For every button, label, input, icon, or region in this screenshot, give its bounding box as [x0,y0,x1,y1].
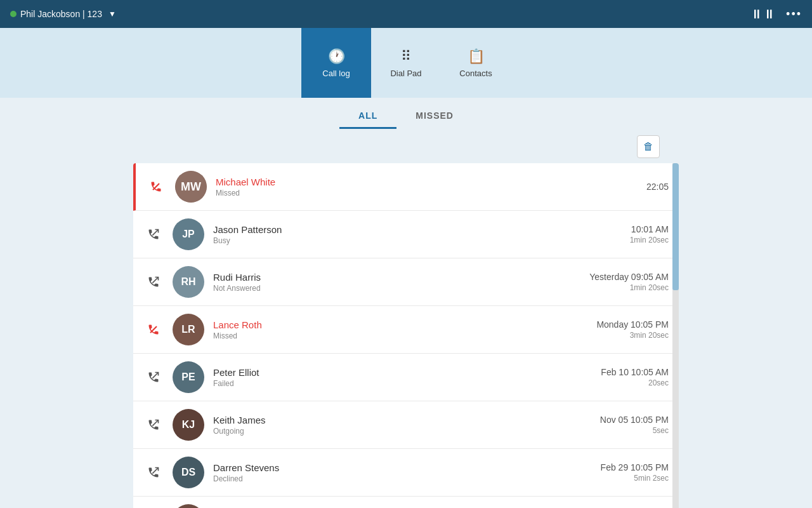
svg-line-6 [152,468,158,474]
call-status: Declined [213,474,601,483]
call-log-icon: 🕐 [328,48,345,65]
avatar: RH [173,266,204,298]
call-status: Missed [216,189,646,197]
duration-value: 1min 20sec [589,283,669,292]
call-type-icon [143,371,164,384]
nav-tabs: 🕐 Call log ⠿ Dial Pad 📋 Contacts [0,28,812,98]
call-type-icon [143,418,164,431]
contact-name: Keith James [213,415,600,425]
duration-value: 3min 20sec [596,331,669,340]
call-status: Busy [213,236,630,245]
call-type-icon [143,228,164,241]
call-time: Yesterday 09:05 AM 1min 20sec [589,272,669,292]
contact-name: Darren Stevens [213,462,601,473]
contact-name: Peter Elliot [213,367,601,378]
call-time: 22:05 [646,182,669,192]
main-content: 🗑 MW Michael White M [0,129,812,508]
contacts-icon: 📋 [468,48,485,65]
call-info: Peter Elliot Failed [213,367,601,388]
duration-value: 1min 20sec [630,236,669,244]
svg-line-1 [152,230,158,236]
call-info: Rudi Harris Not Answered [213,272,589,293]
call-log-label: Call log [322,69,350,78]
scrollbar-thumb[interactable] [672,163,679,290]
list-item[interactable]: KJ Keith James Outgoing Nov 05 10:05 PM … [133,401,679,449]
scrollbar-track[interactable] [672,163,679,508]
time-value: Yesterday 09:05 AM [589,272,669,282]
call-time: Feb 10 10:05 AM 20sec [601,367,669,387]
list-item[interactable]: JP Jason Patterson Busy 10:01 AM 1min 20… [133,211,679,258]
time-value: 22:05 [646,182,669,192]
call-info: Lance Roth Missed [213,319,596,340]
tab-call-log[interactable]: 🕐 Call log [301,28,371,98]
call-info: Keith James Outgoing [213,415,600,436]
dial-pad-icon: ⠿ [401,48,411,65]
call-time: Feb 29 10:05 PM 5min 2sec [601,462,669,483]
filter-all[interactable]: ALL [339,104,396,129]
tab-dial-pad[interactable]: ⠿ Dial Pad [371,28,441,98]
call-time: Nov 05 10:05 PM 5sec [600,415,669,435]
dial-pad-label: Dial Pad [390,69,421,78]
svg-line-5 [152,420,158,426]
time-value: Nov 05 10:05 PM [600,415,669,425]
filter-tabs: ALL MISSED [0,98,812,129]
duration-value: 5sec [600,426,669,435]
chevron-icon: ▼ [108,10,116,18]
filter-missed[interactable]: MISSED [396,104,473,129]
call-time: Monday 10:05 PM 3min 20sec [596,319,669,340]
time-value: Monday 10:05 PM [596,319,669,330]
time-value: Feb 10 10:05 AM [601,367,669,377]
call-info: Jason Patterson Busy [213,224,630,245]
time-value: 10:01 AM [630,224,669,234]
avatar: LR [173,314,204,345]
call-status: Not Answered [213,284,589,293]
avatar: PE [173,361,204,393]
list-item[interactable]: LR Lance Roth Missed Monday 10:05 PM 3mi… [133,306,679,354]
avatar: MW [175,171,207,203]
list-item[interactable]: RH Rudi Harris Not Answered Yesterday 09… [133,258,679,306]
contact-name: Jason Patterson [213,224,630,235]
call-info: Darren Stevens Declined [213,462,601,483]
call-type-icon [143,466,164,479]
avatar: JP [173,218,204,250]
call-time: 10:01 AM 1min 20sec [630,224,669,244]
duration-value: 20sec [601,378,669,387]
call-list-container: 🗑 MW Michael White M [133,135,679,508]
user-info[interactable]: Phil Jackobson | 123 ▼ [10,9,116,19]
contact-name: Lance Roth [213,319,596,330]
voicemail-icon[interactable]: ⏸⏸ [750,7,776,22]
call-list: MW Michael White Missed 22:05 [133,163,679,508]
avatar: KJ [173,409,204,441]
call-info: Michael White Missed [216,177,646,197]
contact-name: Rudi Harris [213,272,589,283]
top-bar-actions: ⏸⏸ ••• [750,7,802,22]
list-item[interactable]: JF Jo French Incoming Feb 04 10:05 PM 1 … [133,497,679,508]
call-status: Outgoing [213,427,600,436]
list-item[interactable]: MW Michael White Missed 22:05 [133,163,679,211]
username: Phil Jackobson | 123 [20,9,102,19]
more-options-icon[interactable]: ••• [786,8,802,21]
avatar: DS [173,457,204,488]
list-item[interactable]: PE Peter Elliot Failed Feb 10 10:05 AM 2… [133,354,679,401]
contact-name: Michael White [216,177,646,187]
list-item[interactable]: DS Darren Stevens Declined Feb 29 10:05 … [133,449,679,497]
call-type-icon [146,180,166,193]
status-indicator [10,11,16,17]
svg-line-2 [152,277,158,283]
call-status: Missed [213,331,596,340]
tab-contacts[interactable]: 📋 Contacts [441,28,511,98]
toolbar: 🗑 [133,135,679,158]
delete-icon: 🗑 [643,141,653,152]
time-value: Feb 29 10:05 PM [601,462,669,472]
call-type-icon [143,276,164,288]
contacts-label: Contacts [459,69,492,78]
call-type-icon [143,323,164,336]
top-bar: Phil Jackobson | 123 ▼ ⏸⏸ ••• [0,0,812,28]
duration-value: 5min 2sec [601,474,669,483]
delete-button[interactable]: 🗑 [637,135,660,158]
svg-line-4 [152,373,158,378]
call-status: Failed [213,379,601,388]
avatar: JF [173,504,204,508]
